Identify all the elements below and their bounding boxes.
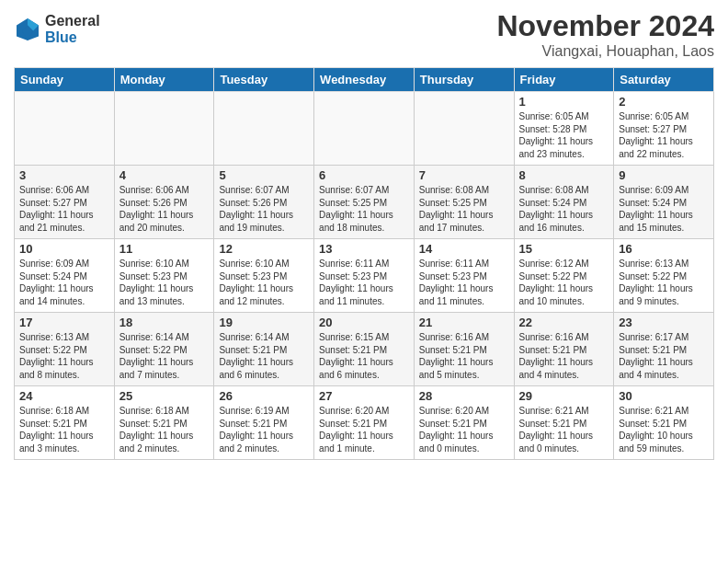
day-cell: 15Sunrise: 6:12 AM Sunset: 5:22 PM Dayli… bbox=[514, 239, 614, 313]
day-number: 18 bbox=[119, 316, 210, 329]
day-info: Sunrise: 6:09 AM Sunset: 5:24 PM Dayligh… bbox=[19, 258, 109, 307]
header-row: Sunday Monday Tuesday Wednesday Thursday… bbox=[15, 68, 714, 92]
logo-blue: Blue bbox=[45, 29, 100, 46]
logo-text: General Blue bbox=[45, 13, 100, 45]
day-cell: 27Sunrise: 6:20 AM Sunset: 5:21 PM Dayli… bbox=[314, 386, 415, 460]
day-number: 24 bbox=[19, 389, 109, 403]
day-info: Sunrise: 6:19 AM Sunset: 5:21 PM Dayligh… bbox=[219, 405, 309, 454]
day-cell: 8Sunrise: 6:08 AM Sunset: 5:24 PM Daylig… bbox=[514, 166, 614, 239]
day-info: Sunrise: 6:21 AM Sunset: 5:21 PM Dayligh… bbox=[519, 405, 609, 454]
day-number: 7 bbox=[419, 168, 509, 182]
day-number: 26 bbox=[219, 389, 309, 403]
logo-general: General bbox=[45, 13, 100, 29]
day-number: 30 bbox=[619, 389, 709, 403]
day-number: 3 bbox=[19, 168, 109, 182]
day-number: 1 bbox=[519, 95, 609, 109]
day-cell bbox=[314, 92, 415, 166]
day-number: 28 bbox=[419, 389, 509, 403]
day-number: 8 bbox=[519, 168, 609, 182]
day-number: 23 bbox=[619, 316, 709, 329]
week-row-5: 24Sunrise: 6:18 AM Sunset: 5:21 PM Dayli… bbox=[15, 386, 714, 460]
page: General Blue November 2024 Viangxai, Hou… bbox=[0, 0, 728, 563]
day-info: Sunrise: 6:20 AM Sunset: 5:21 PM Dayligh… bbox=[419, 405, 509, 454]
col-sunday: Sunday bbox=[15, 68, 115, 92]
day-cell: 12Sunrise: 6:10 AM Sunset: 5:23 PM Dayli… bbox=[214, 239, 314, 313]
day-info: Sunrise: 6:08 AM Sunset: 5:24 PM Dayligh… bbox=[519, 184, 609, 234]
day-number: 14 bbox=[419, 242, 509, 256]
day-number: 2 bbox=[619, 95, 709, 109]
day-cell: 6Sunrise: 6:07 AM Sunset: 5:25 PM Daylig… bbox=[314, 166, 415, 239]
day-cell: 1Sunrise: 6:05 AM Sunset: 5:28 PM Daylig… bbox=[514, 92, 614, 166]
week-row-3: 10Sunrise: 6:09 AM Sunset: 5:24 PM Dayli… bbox=[15, 239, 714, 313]
day-number: 21 bbox=[419, 316, 509, 329]
col-thursday: Thursday bbox=[414, 68, 514, 92]
day-cell bbox=[414, 92, 514, 166]
day-number: 20 bbox=[319, 316, 409, 329]
day-info: Sunrise: 6:07 AM Sunset: 5:25 PM Dayligh… bbox=[319, 184, 409, 234]
week-row-2: 3Sunrise: 6:06 AM Sunset: 5:27 PM Daylig… bbox=[15, 166, 714, 239]
title-area: November 2024 Viangxai, Houaphan, Laos bbox=[496, 9, 714, 60]
week-row-4: 17Sunrise: 6:13 AM Sunset: 5:22 PM Dayli… bbox=[15, 313, 714, 386]
day-info: Sunrise: 6:06 AM Sunset: 5:27 PM Dayligh… bbox=[19, 184, 109, 234]
col-saturday: Saturday bbox=[614, 68, 714, 92]
day-cell: 3Sunrise: 6:06 AM Sunset: 5:27 PM Daylig… bbox=[15, 166, 115, 239]
day-cell: 20Sunrise: 6:15 AM Sunset: 5:21 PM Dayli… bbox=[314, 313, 415, 386]
day-number: 12 bbox=[219, 242, 309, 256]
day-cell: 24Sunrise: 6:18 AM Sunset: 5:21 PM Dayli… bbox=[15, 386, 115, 460]
day-cell: 28Sunrise: 6:20 AM Sunset: 5:21 PM Dayli… bbox=[414, 386, 514, 460]
day-number: 29 bbox=[519, 389, 609, 403]
day-number: 11 bbox=[119, 242, 210, 256]
day-cell: 2Sunrise: 6:05 AM Sunset: 5:27 PM Daylig… bbox=[614, 92, 714, 166]
day-cell: 10Sunrise: 6:09 AM Sunset: 5:24 PM Dayli… bbox=[15, 239, 115, 313]
day-cell: 13Sunrise: 6:11 AM Sunset: 5:23 PM Dayli… bbox=[314, 239, 415, 313]
day-number: 5 bbox=[219, 168, 309, 182]
day-cell: 21Sunrise: 6:16 AM Sunset: 5:21 PM Dayli… bbox=[414, 313, 514, 386]
day-number: 13 bbox=[319, 242, 409, 256]
day-cell: 9Sunrise: 6:09 AM Sunset: 5:24 PM Daylig… bbox=[614, 166, 714, 239]
day-info: Sunrise: 6:16 AM Sunset: 5:21 PM Dayligh… bbox=[519, 331, 609, 381]
day-cell: 16Sunrise: 6:13 AM Sunset: 5:22 PM Dayli… bbox=[614, 239, 714, 313]
day-info: Sunrise: 6:05 AM Sunset: 5:28 PM Dayligh… bbox=[519, 110, 609, 160]
day-number: 9 bbox=[619, 168, 709, 182]
location: Viangxai, Houaphan, Laos bbox=[496, 43, 714, 60]
day-cell: 30Sunrise: 6:21 AM Sunset: 5:21 PM Dayli… bbox=[614, 386, 714, 460]
day-info: Sunrise: 6:12 AM Sunset: 5:22 PM Dayligh… bbox=[519, 258, 609, 307]
day-cell bbox=[15, 92, 115, 166]
day-number: 19 bbox=[219, 316, 309, 329]
day-info: Sunrise: 6:11 AM Sunset: 5:23 PM Dayligh… bbox=[419, 258, 509, 307]
day-cell: 14Sunrise: 6:11 AM Sunset: 5:23 PM Dayli… bbox=[414, 239, 514, 313]
day-number: 15 bbox=[519, 242, 609, 256]
day-number: 10 bbox=[19, 242, 109, 256]
day-number: 4 bbox=[119, 168, 210, 182]
calendar-body: 1Sunrise: 6:05 AM Sunset: 5:28 PM Daylig… bbox=[15, 92, 714, 460]
day-number: 25 bbox=[119, 389, 210, 403]
day-info: Sunrise: 6:13 AM Sunset: 5:22 PM Dayligh… bbox=[19, 331, 109, 381]
day-info: Sunrise: 6:10 AM Sunset: 5:23 PM Dayligh… bbox=[119, 258, 210, 307]
day-info: Sunrise: 6:14 AM Sunset: 5:21 PM Dayligh… bbox=[219, 331, 309, 381]
day-cell: 19Sunrise: 6:14 AM Sunset: 5:21 PM Dayli… bbox=[214, 313, 314, 386]
week-row-1: 1Sunrise: 6:05 AM Sunset: 5:28 PM Daylig… bbox=[15, 92, 714, 166]
day-info: Sunrise: 6:08 AM Sunset: 5:25 PM Dayligh… bbox=[419, 184, 509, 234]
day-info: Sunrise: 6:14 AM Sunset: 5:22 PM Dayligh… bbox=[119, 331, 210, 381]
day-number: 22 bbox=[519, 316, 609, 329]
month-title: November 2024 bbox=[496, 9, 714, 43]
day-cell: 17Sunrise: 6:13 AM Sunset: 5:22 PM Dayli… bbox=[15, 313, 115, 386]
day-info: Sunrise: 6:15 AM Sunset: 5:21 PM Dayligh… bbox=[319, 331, 409, 381]
day-info: Sunrise: 6:06 AM Sunset: 5:26 PM Dayligh… bbox=[119, 184, 210, 234]
day-info: Sunrise: 6:11 AM Sunset: 5:23 PM Dayligh… bbox=[319, 258, 409, 307]
day-number: 17 bbox=[19, 316, 109, 329]
day-cell: 5Sunrise: 6:07 AM Sunset: 5:26 PM Daylig… bbox=[214, 166, 314, 239]
logo-icon bbox=[14, 16, 41, 43]
calendar: Sunday Monday Tuesday Wednesday Thursday… bbox=[14, 67, 714, 460]
day-info: Sunrise: 6:21 AM Sunset: 5:21 PM Dayligh… bbox=[619, 405, 709, 454]
day-info: Sunrise: 6:18 AM Sunset: 5:21 PM Dayligh… bbox=[119, 405, 210, 454]
day-cell: 4Sunrise: 6:06 AM Sunset: 5:26 PM Daylig… bbox=[114, 166, 214, 239]
day-info: Sunrise: 6:20 AM Sunset: 5:21 PM Dayligh… bbox=[319, 405, 409, 454]
day-cell: 25Sunrise: 6:18 AM Sunset: 5:21 PM Dayli… bbox=[114, 386, 214, 460]
header: General Blue November 2024 Viangxai, Hou… bbox=[14, 9, 714, 60]
day-info: Sunrise: 6:13 AM Sunset: 5:22 PM Dayligh… bbox=[619, 258, 709, 307]
day-info: Sunrise: 6:16 AM Sunset: 5:21 PM Dayligh… bbox=[419, 331, 509, 381]
day-cell: 18Sunrise: 6:14 AM Sunset: 5:22 PM Dayli… bbox=[114, 313, 214, 386]
day-cell: 7Sunrise: 6:08 AM Sunset: 5:25 PM Daylig… bbox=[414, 166, 514, 239]
day-info: Sunrise: 6:05 AM Sunset: 5:27 PM Dayligh… bbox=[619, 110, 709, 160]
